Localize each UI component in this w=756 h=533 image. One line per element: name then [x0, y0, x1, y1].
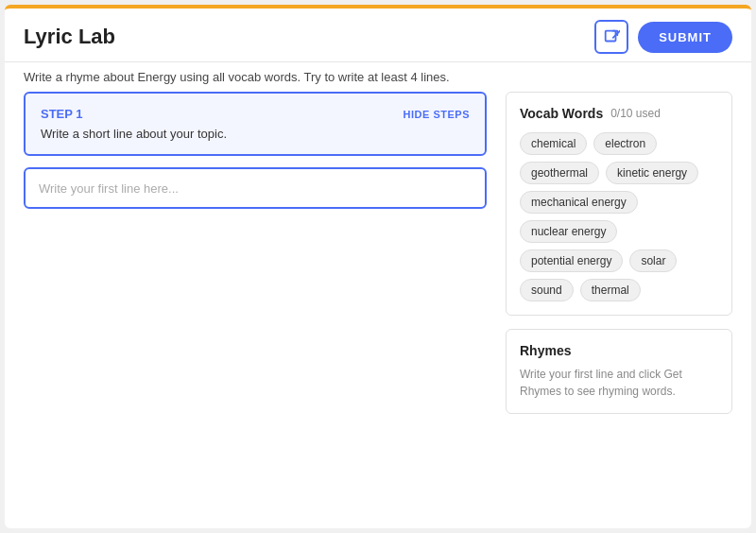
vocab-tag: sound: [520, 279, 574, 301]
rhymes-title: Rhymes: [520, 343, 718, 358]
vocab-tag: electron: [593, 132, 657, 155]
external-link-icon: [603, 28, 620, 45]
step-header: STEP 1 HIDE STEPS: [41, 107, 470, 121]
main-content: STEP 1 HIDE STEPS Write a short line abo…: [5, 92, 751, 528]
step-description: Write a short line about your topic.: [41, 127, 470, 141]
external-link-button[interactable]: [594, 20, 628, 54]
vocab-tag: thermal: [580, 279, 641, 301]
step-label: STEP 1: [41, 107, 83, 121]
vocab-tag: solar: [629, 249, 677, 272]
vocab-tag: mechanical energy: [520, 191, 638, 214]
vocab-header: Vocab Words 0/10 used: [520, 106, 718, 121]
header-right: SUBMIT: [594, 20, 732, 54]
vocab-title: Vocab Words: [520, 106, 603, 121]
vocab-tag: chemical: [520, 132, 587, 155]
first-line-input[interactable]: [24, 167, 487, 209]
right-panel: Vocab Words 0/10 used chemicalelectronge…: [506, 92, 732, 509]
vocab-section: Vocab Words 0/10 used chemicalelectronge…: [506, 92, 732, 316]
left-panel: STEP 1 HIDE STEPS Write a short line abo…: [24, 92, 487, 509]
vocab-tags: chemicalelectrongeothermalkinetic energy…: [520, 132, 718, 301]
subtitle: Write a rhyme about Energy using all voc…: [5, 62, 751, 92]
vocab-tag: geothermal: [520, 162, 599, 184]
app-container: Lyric Lab SUBMIT Write a rhyme about Ene…: [5, 5, 751, 528]
rhymes-section: Rhymes Write your first line and click G…: [506, 329, 732, 414]
vocab-tag: nuclear energy: [520, 220, 617, 243]
header: Lyric Lab SUBMIT: [5, 9, 751, 62]
vocab-tag: potential energy: [520, 249, 623, 272]
hide-steps-button[interactable]: HIDE STEPS: [404, 109, 470, 120]
vocab-count: 0/10 used: [610, 107, 661, 120]
submit-button[interactable]: SUBMIT: [638, 22, 732, 53]
vocab-tag: kinetic energy: [606, 162, 698, 184]
step-box: STEP 1 HIDE STEPS Write a short line abo…: [24, 92, 487, 156]
rhymes-placeholder: Write your first line and click Get Rhym…: [520, 366, 718, 400]
app-title: Lyric Lab: [24, 25, 115, 49]
